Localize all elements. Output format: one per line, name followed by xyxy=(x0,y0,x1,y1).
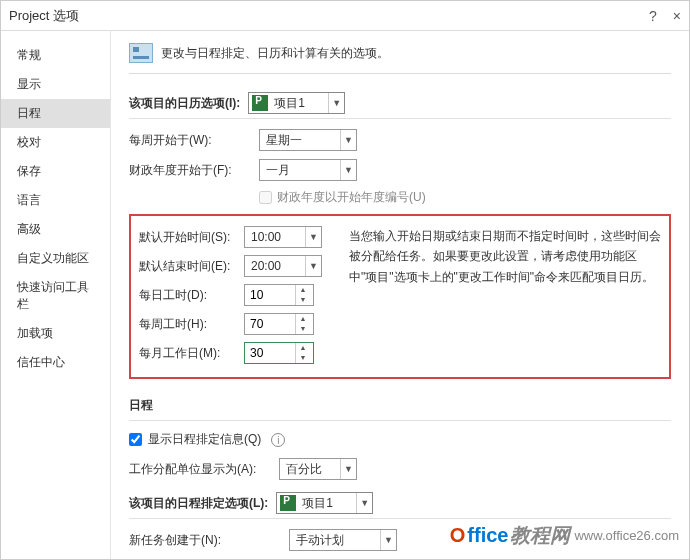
hours-per-day-spinner[interactable]: ▲▼ xyxy=(244,284,314,306)
defaults-help-text: 当您输入开始日期或结束日期而不指定时间时，这些时间会被分配给任务。如果要更改此设… xyxy=(349,226,661,371)
chevron-down-icon: ▼ xyxy=(305,227,321,247)
start-time-combo[interactable]: 10:00 ▼ xyxy=(244,226,322,248)
fiscal-year-row: 财政年度开始于(F): 一月 ▼ xyxy=(129,159,671,181)
chevron-down-icon: ▼ xyxy=(340,130,356,150)
header: 更改与日程排定、日历和计算有关的选项。 xyxy=(129,43,671,74)
week-start-label: 每周开始于(W): xyxy=(129,132,259,149)
sidebar-item-general[interactable]: 常规 xyxy=(1,41,110,70)
fiscal-year-label: 财政年度开始于(F): xyxy=(129,162,259,179)
main-panel: 更改与日程排定、日历和计算有关的选项。 该项目的日历选项(I): 项目1 ▼ 每… xyxy=(111,31,689,559)
fiscal-numbering-label: 财政年度以开始年度编号(U) xyxy=(277,189,426,206)
hours-per-week-label: 每周工时(H): xyxy=(139,316,244,333)
schedule-options-title: 该项目的日程排定选项(L): xyxy=(129,495,268,512)
highlight-box: 默认开始时间(S): 10:00 ▼ 默认结束时间(E): 20:00 ▼ 每日… xyxy=(129,214,671,379)
sidebar-item-trust-center[interactable]: 信任中心 xyxy=(1,348,110,377)
content: 常规 显示 日程 校对 保存 语言 高级 自定义功能区 快速访问工具栏 加载项 … xyxy=(1,31,689,559)
days-per-month-spinner[interactable]: ▲▼ xyxy=(244,342,314,364)
header-text: 更改与日程排定、日历和计算有关的选项。 xyxy=(161,45,389,62)
new-task-row: 新任务创建于(N): 手动计划 ▼ xyxy=(129,529,671,551)
calendar-options-title: 该项目的日历选项(I): xyxy=(129,95,240,112)
calendar-options-section: 该项目的日历选项(I): 项目1 ▼ xyxy=(129,88,671,119)
project-icon xyxy=(252,95,268,111)
show-schedule-info-checkbox[interactable] xyxy=(129,433,142,446)
sidebar-item-advanced[interactable]: 高级 xyxy=(1,215,110,244)
hours-per-day-label: 每日工时(D): xyxy=(139,287,244,304)
fiscal-year-combo[interactable]: 一月 ▼ xyxy=(259,159,357,181)
chevron-down-icon: ▼ xyxy=(328,93,344,113)
week-start-row: 每周开始于(W): 星期一 ▼ xyxy=(129,129,671,151)
sidebar-item-proofing[interactable]: 校对 xyxy=(1,128,110,157)
titlebar: Project 选项 ? × xyxy=(1,1,689,31)
chevron-down-icon: ▼ xyxy=(340,459,356,479)
chevron-down-icon: ▼ xyxy=(356,493,372,513)
help-button[interactable]: ? xyxy=(649,8,657,24)
sidebar-item-customize-ribbon[interactable]: 自定义功能区 xyxy=(1,244,110,273)
assign-units-combo[interactable]: 百分比 ▼ xyxy=(279,458,357,480)
start-time-label: 默认开始时间(S): xyxy=(139,229,244,246)
new-task-label: 新任务创建于(N): xyxy=(129,532,289,549)
spinner-arrows[interactable]: ▲▼ xyxy=(295,314,310,334)
sidebar-item-language[interactable]: 语言 xyxy=(1,186,110,215)
window-title: Project 选项 xyxy=(9,7,79,25)
chevron-down-icon: ▼ xyxy=(340,160,356,180)
hours-per-day-input[interactable] xyxy=(245,285,295,305)
spinner-arrows[interactable]: ▲▼ xyxy=(295,285,310,305)
spinner-arrows[interactable]: ▲▼ xyxy=(295,343,310,363)
assign-units-label: 工作分配单位显示为(A): xyxy=(129,461,279,478)
calendar-project-combo[interactable]: 项目1 ▼ xyxy=(248,92,345,114)
sidebar-item-save[interactable]: 保存 xyxy=(1,157,110,186)
schedule-header-icon xyxy=(129,43,153,63)
end-time-label: 默认结束时间(E): xyxy=(139,258,244,275)
fiscal-numbering-row: 财政年度以开始年度编号(U) xyxy=(259,189,671,206)
defaults-fields: 默认开始时间(S): 10:00 ▼ 默认结束时间(E): 20:00 ▼ 每日… xyxy=(139,226,329,371)
fiscal-numbering-checkbox xyxy=(259,191,272,204)
new-task-combo[interactable]: 手动计划 ▼ xyxy=(289,529,397,551)
schedule-options-section: 该项目的日程排定选项(L): 项目1 ▼ xyxy=(129,488,671,519)
days-per-month-label: 每月工作日(M): xyxy=(139,345,244,362)
hours-per-week-input[interactable] xyxy=(245,314,295,334)
chevron-down-icon: ▼ xyxy=(380,530,396,550)
assign-units-row: 工作分配单位显示为(A): 百分比 ▼ xyxy=(129,458,671,480)
info-icon[interactable]: i xyxy=(271,433,285,447)
schedule-section-title: 日程 xyxy=(129,391,671,421)
sidebar-item-schedule[interactable]: 日程 xyxy=(1,99,110,128)
show-schedule-info-label: 显示日程排定信息(Q) xyxy=(148,431,261,448)
close-button[interactable]: × xyxy=(673,8,681,24)
week-start-combo[interactable]: 星期一 ▼ xyxy=(259,129,357,151)
window-controls: ? × xyxy=(649,8,681,24)
days-per-month-input[interactable] xyxy=(245,343,295,363)
chevron-down-icon: ▼ xyxy=(305,256,321,276)
sidebar-item-quick-access[interactable]: 快速访问工具栏 xyxy=(1,273,110,319)
sidebar-item-addins[interactable]: 加载项 xyxy=(1,319,110,348)
end-time-combo[interactable]: 20:00 ▼ xyxy=(244,255,322,277)
show-schedule-info-row: 显示日程排定信息(Q) i xyxy=(129,431,671,448)
hours-per-week-spinner[interactable]: ▲▼ xyxy=(244,313,314,335)
sidebar-item-display[interactable]: 显示 xyxy=(1,70,110,99)
schedule-project-combo[interactable]: 项目1 ▼ xyxy=(276,492,373,514)
project-icon xyxy=(280,495,296,511)
sidebar: 常规 显示 日程 校对 保存 语言 高级 自定义功能区 快速访问工具栏 加载项 … xyxy=(1,31,111,559)
